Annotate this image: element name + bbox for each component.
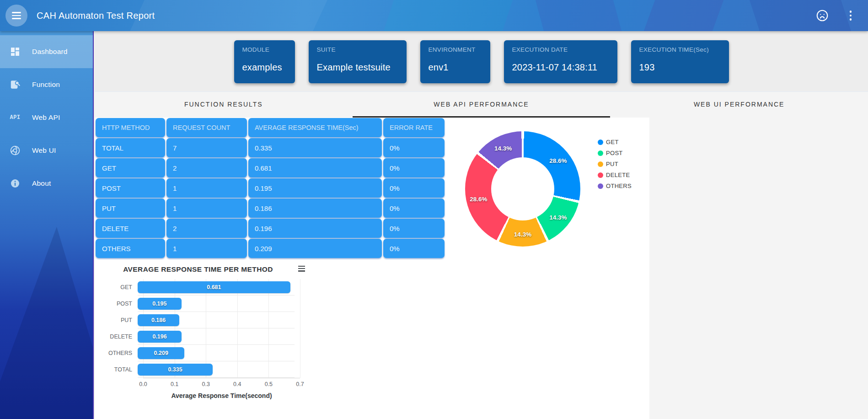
main-content: MODULE examples SUITE Example testsuite …: [95, 31, 868, 419]
legend-dot: [598, 183, 603, 189]
sidebar-item-function[interactable]: Function: [0, 68, 93, 101]
x-tick-label: 0.3: [202, 381, 209, 387]
bar: 0.681: [138, 281, 290, 293]
table-cell: 0%: [383, 239, 445, 258]
table-cell: 0.335: [248, 138, 382, 157]
bar-category-label: DELETE: [97, 333, 138, 340]
tab-web-api-performance[interactable]: WEB API PERFORMANCE: [353, 92, 611, 118]
legend-item-post[interactable]: POST: [598, 150, 632, 156]
avg-response-time-bar-chart: AVERAGE RESPONSE TIME PER METHOD GET 0.6…: [97, 265, 308, 399]
chart-menu-icon[interactable]: [298, 266, 305, 272]
column-header: ERROR RATE: [383, 118, 445, 137]
bar-value-label: 0.335: [168, 366, 182, 373]
legend-item-others[interactable]: OTHERS: [598, 183, 632, 189]
hamburger-menu-button[interactable]: [5, 5, 27, 27]
bar-category-label: GET: [97, 284, 138, 290]
sidebar-item-about[interactable]: About: [0, 167, 93, 200]
bar-row: PUT 0.186: [97, 312, 308, 328]
legend-item-delete[interactable]: DELETE: [598, 172, 632, 178]
bar-row: TOTAL 0.335: [97, 361, 308, 378]
legend-dot: [598, 150, 603, 156]
bar: 0.186: [138, 314, 179, 326]
card-value: Example testsuite: [317, 62, 398, 73]
bar-chart-title: AVERAGE RESPONSE TIME PER METHOD: [97, 265, 308, 274]
chrome-icon: [8, 144, 22, 157]
bar: 0.209: [138, 347, 184, 359]
table-cell: POST: [96, 178, 165, 198]
legend-item-get[interactable]: GET: [598, 139, 632, 145]
bar-row: GET 0.681: [97, 279, 308, 295]
sidebar-item-dashboard[interactable]: Dashboard: [0, 35, 93, 68]
card-execution-time: EXECUTION TIME(Sec) 193: [631, 40, 729, 83]
column-header: AVERAGE RESPONSE TIME(Sec): [248, 118, 382, 137]
table-cell: 0%: [383, 219, 445, 238]
sidebar-item-web-ui[interactable]: Web UI: [0, 134, 93, 167]
sidebar-item-label: Web API: [32, 113, 60, 122]
page: CAH Automaton Test Report: [0, 0, 868, 419]
table-cell: 1: [166, 178, 247, 198]
legend-dot: [598, 172, 603, 178]
card-label: EXECUTION TIME(Sec): [639, 46, 721, 53]
bar-category-label: OTHERS: [97, 350, 138, 356]
table-cell: 0.681: [248, 158, 382, 177]
api-icon: API: [8, 111, 22, 124]
bar-row: DELETE 0.196: [97, 328, 308, 345]
tab-function-results[interactable]: FUNCTION RESULTS: [95, 92, 353, 118]
table-cell: 0%: [383, 199, 445, 218]
card-label: ENVIRONMENT: [429, 46, 482, 53]
sidebar-item-label: Function: [32, 81, 60, 89]
info-icon: [8, 177, 22, 190]
x-tick-label: 0.7: [296, 381, 304, 387]
kebab-menu-icon[interactable]: [842, 7, 859, 24]
card-value: examples: [242, 62, 287, 73]
legend-label: POST: [606, 150, 623, 156]
bar-row: POST 0.195: [97, 295, 308, 312]
bar-value-label: 0.196: [152, 333, 166, 340]
bar: 0.335: [138, 364, 213, 376]
x-axis-ticks: 0.0 0.1 0.3 0.4 0.5 0.7: [143, 378, 300, 387]
card-execution-date: EXECUTION DATE 2023-11-07 14:38:11: [504, 40, 617, 83]
sidebar-item-label: Web UI: [32, 146, 56, 155]
tab-web-ui-performance[interactable]: WEB UI PERFORMANCE: [610, 92, 868, 118]
card-label: EXECUTION DATE: [512, 46, 609, 53]
table-cell: 0%: [383, 178, 445, 198]
legend-label: OTHERS: [606, 183, 632, 189]
bar-value-label: 0.186: [151, 317, 166, 323]
request-distribution-donut-chart: 28.6% 14.3% 14.3% 28.6% 14.3%: [465, 131, 580, 247]
bar: 0.196: [138, 331, 182, 343]
sidebar: Dashboard Function API Web API: [0, 31, 94, 419]
x-axis-title: Average Response Time(second): [143, 392, 300, 399]
legend-item-put[interactable]: PUT: [598, 161, 632, 167]
card-label: SUITE: [317, 46, 398, 53]
card-value: 2023-11-07 14:38:11: [512, 62, 609, 73]
web-api-performance-panel: HTTP METHOD REQUEST COUNT AVERAGE RESPON…: [95, 118, 649, 419]
frown-face-icon[interactable]: [814, 7, 830, 24]
table-cell: 2: [166, 219, 247, 238]
x-tick-label: 0.5: [265, 381, 273, 387]
sidebar-item-web-api[interactable]: API Web API: [0, 101, 93, 134]
tab-bar: FUNCTION RESULTS WEB API PERFORMANCE WEB…: [95, 91, 868, 118]
table-cell: 0.195: [248, 178, 382, 198]
dashboard-icon: [8, 45, 22, 59]
table-cell: 1: [166, 239, 247, 258]
table-cell: 0.196: [248, 219, 382, 238]
donut-slice-label: 28.6%: [470, 196, 487, 203]
table-cell: 7: [166, 138, 247, 157]
card-value: env1: [429, 62, 482, 73]
bar-value-label: 0.681: [207, 284, 221, 290]
table-cell: 0.209: [248, 239, 382, 258]
bar-category-label: POST: [97, 301, 138, 307]
card-value: 193: [639, 62, 721, 73]
table-cell: 0.186: [248, 199, 382, 218]
x-tick-label: 0.4: [233, 381, 241, 387]
x-tick-label: 0.1: [171, 381, 178, 387]
bar-value-label: 0.195: [152, 301, 166, 307]
legend-dot: [598, 161, 603, 167]
content-background: [649, 118, 868, 419]
file-search-icon: [8, 78, 22, 91]
table-cell: OTHERS: [96, 239, 165, 258]
legend-label: GET: [606, 139, 619, 145]
table-cell: 1: [166, 199, 247, 218]
app-header: CAH Automaton Test Report: [0, 0, 868, 31]
header-decor: [644, 0, 724, 31]
